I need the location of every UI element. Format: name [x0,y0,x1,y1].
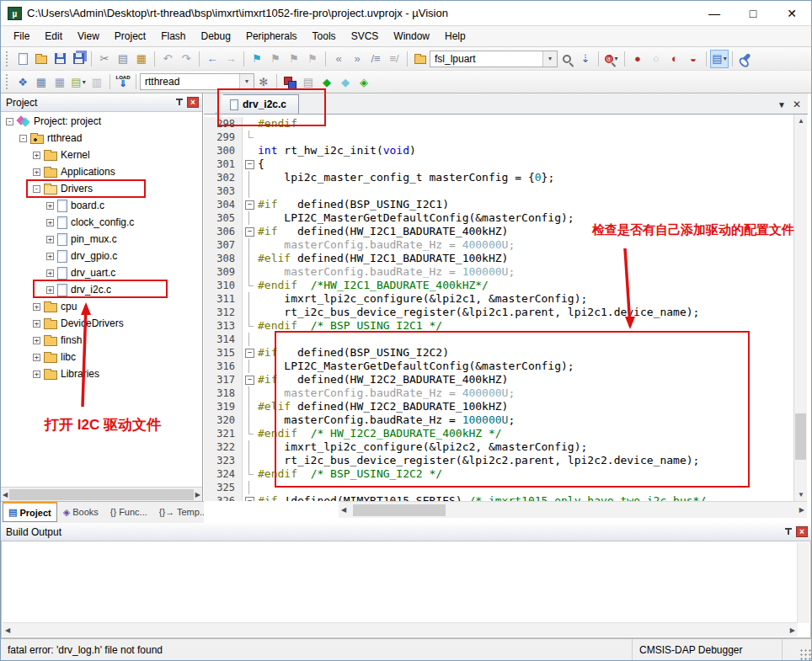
tab-list-icon[interactable]: ▼ [777,100,786,109]
tree-item-libc[interactable]: +libc [1,349,202,365]
expand-icon[interactable]: + [33,168,40,176]
search-combo[interactable]: fsl_lpuart▾ [430,51,558,67]
prev-bookmark-button[interactable]: ⚑ [266,50,285,68]
unindent-button[interactable]: « [329,50,348,68]
breakpoint-kill-all-button[interactable]: ◒ [684,50,702,68]
tree-item-kernel[interactable]: +Kernel [1,147,202,163]
menu-window[interactable]: Window [386,28,437,45]
tree-item-clock-config-c[interactable]: +clock_config.c [1,214,202,231]
scroll-right-icon[interactable]: ▶ [195,491,200,498]
stop-build-button[interactable]: ▥ [88,72,106,91]
manage-rte-button[interactable]: ◆ [318,72,336,91]
save-all-button[interactable] [69,50,88,68]
build-output-content[interactable]: ◀ ▶ [1,541,811,638]
bookmark-button[interactable]: ⚑ [248,50,266,68]
breakpoint-disable-button[interactable]: ○ [647,50,665,68]
editor-area[interactable]: drv_i2c.c ▼ ✕ 298#endif299300int rt_hw_i… [204,93,808,523]
editor-hscrollbar[interactable]: ◀ ▶ [339,501,807,518]
nav-back-button[interactable]: ← [203,50,222,68]
expand-icon[interactable]: + [46,219,54,227]
find-button[interactable] [558,50,576,68]
tree-item-drv-i2c-c[interactable]: +drv_i2c.c [1,281,202,298]
open-file-button[interactable] [32,50,51,68]
expand-icon[interactable]: + [33,354,40,361]
fold-collapse-icon[interactable] [243,373,258,386]
select-packs-button[interactable]: ◆ [336,72,355,91]
collapse-icon[interactable]: - [33,185,40,193]
tree-item-drv-uart-c[interactable]: +drv_uart.c [1,264,202,281]
tab-close-icon[interactable]: ✕ [793,99,801,110]
menu-flash[interactable]: Flash [153,28,193,45]
clear-bookmarks-button[interactable]: ⚑ [303,50,322,68]
chevron-down-icon[interactable]: ▾ [542,51,557,67]
panel-close-icon[interactable]: × [796,526,808,537]
tab-drv-i2c[interactable]: drv_i2c.c [216,94,299,114]
cut-button[interactable]: ✂ [95,50,114,68]
panel-tab-project[interactable]: ▤Project [3,502,57,522]
nav-forward-button[interactable]: → [222,50,240,68]
pin-icon[interactable] [175,99,184,107]
comment-button[interactable]: /≡ [366,50,385,68]
expand-icon[interactable]: + [46,269,54,277]
expand-icon[interactable]: + [33,303,40,311]
paste-button[interactable]: ▦ [132,50,151,68]
tree-item-rtthread[interactable]: -rtthread [1,130,202,147]
build-output-vscrollbar[interactable] [797,542,809,623]
indent-button[interactable]: » [348,50,366,68]
menu-peripherals[interactable]: Peripherals [238,28,305,45]
tree-item-libraries[interactable]: +Libraries [1,365,202,382]
menu-file[interactable]: File [6,28,37,45]
tree-item-drv-gpio-c[interactable]: +drv_gpio.c [1,248,202,264]
panel-tab-books[interactable]: ◈Books [57,502,104,522]
tree-hscrollbar[interactable]: ◀ ▶ [1,487,202,501]
scroll-right-icon[interactable]: ▶ [799,506,804,514]
menu-project[interactable]: Project [107,28,153,45]
scroll-right-icon[interactable]: ▶ [790,626,795,634]
maximize-button[interactable]: □ [734,1,772,26]
batch-build-button[interactable]: ▤▾ [69,72,88,91]
uncomment-button[interactable]: ≡/ [385,50,403,68]
menu-edit[interactable]: Edit [37,28,70,45]
scroll-left-icon[interactable]: ◀ [341,506,346,514]
expand-icon[interactable]: + [46,236,54,243]
tree-item-board-c[interactable]: +board.c [1,197,202,214]
expand-icon[interactable]: + [33,337,40,344]
file-extensions-button[interactable]: ▤ [299,72,318,91]
expand-icon[interactable]: + [46,286,54,294]
scroll-left-icon[interactable]: ◀ [3,491,8,498]
scroll-thumb[interactable] [9,489,194,500]
window-layout-button[interactable]: ▤▾ [710,50,729,68]
undo-button[interactable]: ↶ [158,50,177,68]
tree-item-drivers[interactable]: -Drivers [1,180,202,197]
tree-item-project-project[interactable]: -Project: project [1,113,202,130]
minimize-button[interactable]: — [695,1,734,26]
fold-collapse-icon[interactable] [243,225,258,238]
expand-icon[interactable]: + [46,202,54,210]
breakpoint-disable-all-button[interactable]: ◐ [665,50,684,68]
code-view[interactable]: 298#endif299300int rt_hw_i2c_init(void)3… [204,115,793,501]
fold-collapse-icon[interactable] [243,346,258,360]
pin-icon[interactable] [784,528,793,536]
options-target-button[interactable]: ✻ [254,72,273,91]
debug-session-button[interactable]: ▾ [602,50,621,68]
pack-installer-button[interactable]: ◈ [355,72,373,91]
panel-close-icon[interactable]: × [187,97,199,108]
tree-item-applications[interactable]: +Applications [1,163,202,180]
collapse-icon[interactable]: - [19,135,27,142]
editor-vscrollbar[interactable]: ▲ ▼ [793,115,807,501]
panel-tab--func-[interactable]: {} Func... [104,502,153,522]
expand-icon[interactable]: + [33,152,40,159]
new-file-button[interactable] [13,50,32,68]
tree-item-devicedrivers[interactable]: +DeviceDrivers [1,315,202,332]
expand-icon[interactable]: + [33,370,40,378]
rebuild-button[interactable]: ▦ [51,72,69,91]
scroll-thumb[interactable] [353,504,446,516]
build-output-hscrollbar[interactable]: ◀ ▶ [3,622,798,637]
scroll-thumb[interactable] [795,413,806,460]
save-button[interactable] [51,50,69,68]
menu-debug[interactable]: Debug [194,28,238,45]
expand-icon[interactable]: + [33,320,40,328]
scroll-left-icon[interactable]: ◀ [5,626,10,634]
redo-button[interactable]: ↷ [177,50,195,68]
tree-item-pin-mux-c[interactable]: +pin_mux.c [1,231,202,248]
